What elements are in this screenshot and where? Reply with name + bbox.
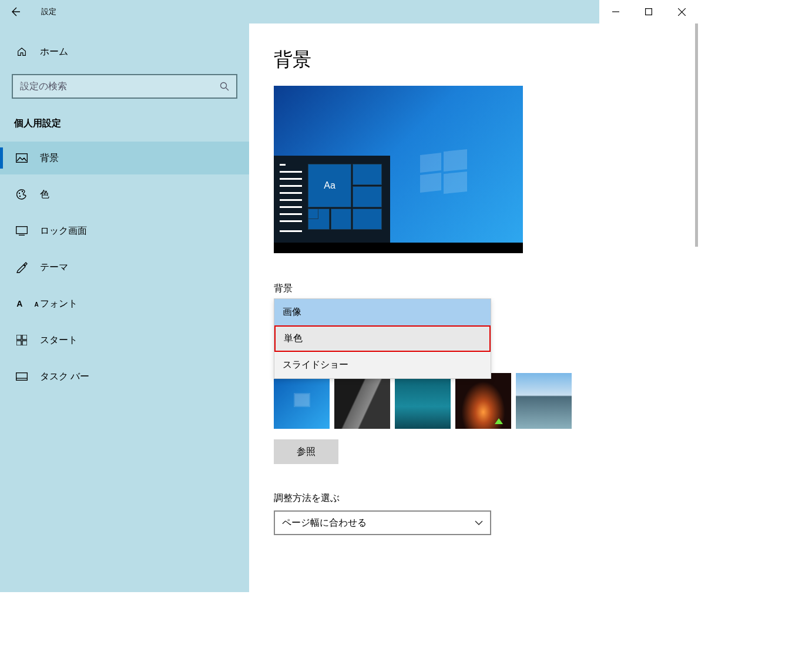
chevron-down-icon (475, 520, 483, 525)
sidebar-item-label: 背景 (40, 152, 59, 164)
taskbar-icon (16, 372, 28, 381)
sidebar-item-colors[interactable]: 色 (0, 178, 249, 211)
svg-point-8 (19, 196, 21, 197)
svg-rect-15 (22, 341, 27, 345)
font-icon: AA (16, 299, 38, 308)
svg-rect-16 (16, 373, 28, 381)
theme-icon (16, 261, 28, 273)
dropdown-option-picture[interactable]: 画像 (274, 299, 491, 325)
lockscreen-icon (16, 226, 28, 236)
palette-icon (16, 189, 28, 200)
arrow-left-icon (10, 6, 21, 17)
picture-icon (16, 153, 28, 163)
home-icon (16, 46, 27, 57)
thumbnail-3[interactable] (395, 373, 451, 429)
sidebar-item-label: スタート (40, 334, 78, 347)
back-button[interactable] (0, 0, 31, 23)
home-label: ホーム (40, 46, 68, 58)
search-input[interactable] (20, 81, 220, 92)
sidebar-item-lockscreen[interactable]: ロック画面 (0, 214, 249, 247)
svg-rect-10 (16, 227, 28, 234)
background-dropdown[interactable]: 画像 単色 スライドショー (274, 298, 491, 379)
thumbnail-2[interactable] (334, 373, 390, 429)
thumbnail-1[interactable] (274, 373, 330, 429)
content-area: 背景 Aa (249, 23, 698, 592)
window-title: 設定 (41, 6, 56, 17)
category-header: 個人用設定 (12, 117, 237, 130)
sidebar-item-label: テーマ (40, 261, 68, 274)
search-box[interactable] (12, 74, 237, 99)
svg-rect-14 (16, 341, 21, 345)
fit-dropdown[interactable]: ページ幅に合わせる (274, 510, 491, 535)
svg-rect-1 (646, 9, 652, 15)
search-icon (220, 82, 229, 91)
titlebar: 設定 (0, 0, 698, 23)
maximize-icon (645, 8, 652, 15)
sidebar-item-background[interactable]: 背景 (0, 142, 249, 174)
svg-rect-6 (16, 154, 28, 163)
home-button[interactable]: ホーム (12, 38, 237, 66)
sidebar-item-start[interactable]: スタート (0, 324, 249, 357)
page-title: 背景 (274, 47, 674, 73)
sidebar: ホーム 個人用設定 背景 色 ロック画面 テーマ AA フォント ス (0, 23, 249, 592)
windows-logo-icon (420, 150, 467, 191)
scrollbar[interactable] (695, 23, 698, 247)
background-preview: Aa (274, 86, 523, 253)
close-icon (678, 8, 686, 16)
fit-label: 調整方法を選ぶ (274, 492, 674, 505)
minimize-icon (612, 8, 619, 15)
sidebar-item-themes[interactable]: テーマ (0, 251, 249, 284)
fit-dropdown-value: ページ幅に合わせる (282, 517, 367, 529)
sidebar-item-fonts[interactable]: AA フォント (0, 287, 249, 320)
close-button[interactable] (665, 0, 698, 23)
sidebar-item-label: ロック画面 (40, 225, 87, 237)
dropdown-option-slideshow[interactable]: スライドショー (274, 352, 491, 378)
maximize-button[interactable] (632, 0, 665, 23)
sidebar-item-label: 色 (40, 189, 49, 201)
svg-line-5 (226, 88, 229, 91)
thumbnail-5[interactable] (516, 373, 572, 429)
svg-point-9 (22, 191, 23, 192)
svg-point-7 (19, 193, 20, 194)
sidebar-item-label: タスク バー (40, 371, 89, 383)
dropdown-option-solid[interactable]: 単色 (274, 325, 491, 352)
thumbnail-4[interactable] (455, 373, 511, 429)
sidebar-item-taskbar[interactable]: タスク バー (0, 360, 249, 393)
svg-rect-12 (16, 335, 21, 340)
thumbnail-row (274, 373, 572, 429)
browse-button[interactable]: 参照 (274, 439, 338, 464)
minimize-button[interactable] (599, 0, 632, 23)
sidebar-item-label: フォント (40, 298, 78, 310)
svg-rect-13 (22, 335, 27, 340)
window-controls (599, 0, 698, 23)
preview-tile-aa: Aa (308, 164, 351, 207)
start-icon (16, 335, 27, 345)
background-dropdown-label: 背景 (274, 283, 674, 295)
svg-point-4 (221, 83, 227, 89)
